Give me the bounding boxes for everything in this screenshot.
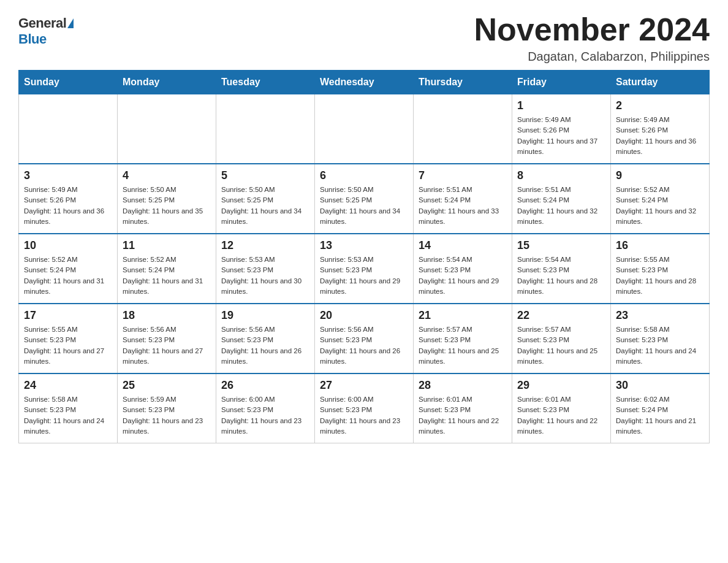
calendar-cell: [118, 94, 216, 164]
calendar-cell: 2Sunrise: 5:49 AM Sunset: 5:26 PM Daylig…: [611, 94, 710, 164]
calendar-cell: 16Sunrise: 5:55 AM Sunset: 5:23 PM Dayli…: [611, 234, 710, 304]
day-info: Sunrise: 5:49 AM Sunset: 5:26 PM Dayligh…: [24, 185, 112, 227]
logo: General Blue: [18, 12, 75, 47]
calendar-header: SundayMondayTuesdayWednesdayThursdayFrid…: [19, 71, 710, 94]
day-info: Sunrise: 5:49 AM Sunset: 5:26 PM Dayligh…: [517, 115, 605, 157]
logo-blue-text: Blue: [18, 31, 47, 47]
calendar-cell: 18Sunrise: 5:56 AM Sunset: 5:23 PM Dayli…: [118, 304, 216, 373]
day-number: 25: [123, 379, 211, 392]
calendar-cell: 10Sunrise: 5:52 AM Sunset: 5:24 PM Dayli…: [19, 234, 118, 304]
calendar-cell: [216, 94, 315, 164]
day-info: Sunrise: 6:01 AM Sunset: 5:23 PM Dayligh…: [517, 394, 605, 437]
day-info: Sunrise: 5:56 AM Sunset: 5:23 PM Dayligh…: [221, 324, 309, 367]
day-info: Sunrise: 5:58 AM Sunset: 5:23 PM Dayligh…: [616, 324, 704, 367]
calendar-cell: 3Sunrise: 5:49 AM Sunset: 5:26 PM Daylig…: [19, 164, 118, 234]
page-title: November 2024: [474, 12, 710, 47]
day-info: Sunrise: 5:52 AM Sunset: 5:24 PM Dayligh…: [123, 255, 211, 297]
day-info: Sunrise: 5:54 AM Sunset: 5:23 PM Dayligh…: [517, 255, 605, 297]
day-number: 28: [419, 379, 507, 392]
day-info: Sunrise: 6:00 AM Sunset: 5:23 PM Dayligh…: [221, 394, 309, 437]
day-number: 6: [320, 169, 408, 182]
calendar-cell: 9Sunrise: 5:52 AM Sunset: 5:24 PM Daylig…: [611, 164, 710, 234]
calendar-cell: 29Sunrise: 6:01 AM Sunset: 5:23 PM Dayli…: [512, 373, 611, 443]
calendar-week-3: 10Sunrise: 5:52 AM Sunset: 5:24 PM Dayli…: [19, 234, 710, 304]
page-header: General Blue November 2024 Dagatan, Cala…: [18, 12, 710, 64]
day-number: 14: [419, 239, 507, 252]
day-number: 18: [123, 309, 211, 322]
calendar-cell: 1Sunrise: 5:49 AM Sunset: 5:26 PM Daylig…: [512, 94, 611, 164]
day-info: Sunrise: 5:52 AM Sunset: 5:24 PM Dayligh…: [616, 185, 704, 227]
calendar-body: 1Sunrise: 5:49 AM Sunset: 5:26 PM Daylig…: [19, 94, 710, 443]
calendar-cell: 5Sunrise: 5:50 AM Sunset: 5:25 PM Daylig…: [216, 164, 315, 234]
day-info: Sunrise: 5:50 AM Sunset: 5:25 PM Dayligh…: [320, 185, 408, 227]
header-row: SundayMondayTuesdayWednesdayThursdayFrid…: [19, 71, 710, 94]
day-header-friday: Friday: [512, 71, 611, 94]
day-info: Sunrise: 5:53 AM Sunset: 5:23 PM Dayligh…: [221, 255, 309, 297]
day-number: 19: [221, 309, 309, 322]
day-number: 8: [517, 169, 605, 182]
day-number: 29: [517, 379, 605, 392]
calendar-cell: 24Sunrise: 5:58 AM Sunset: 5:23 PM Dayli…: [19, 373, 118, 443]
calendar-cell: [315, 94, 414, 164]
calendar-cell: 21Sunrise: 5:57 AM Sunset: 5:23 PM Dayli…: [414, 304, 512, 373]
calendar-cell: 11Sunrise: 5:52 AM Sunset: 5:24 PM Dayli…: [118, 234, 216, 304]
day-number: 30: [616, 379, 704, 392]
day-number: 22: [517, 309, 605, 322]
day-info: Sunrise: 6:01 AM Sunset: 5:23 PM Dayligh…: [419, 394, 507, 437]
calendar-table: SundayMondayTuesdayWednesdayThursdayFrid…: [18, 70, 710, 443]
calendar-cell: 23Sunrise: 5:58 AM Sunset: 5:23 PM Dayli…: [611, 304, 710, 373]
calendar-cell: 26Sunrise: 6:00 AM Sunset: 5:23 PM Dayli…: [216, 373, 315, 443]
day-number: 10: [24, 239, 112, 252]
day-info: Sunrise: 5:55 AM Sunset: 5:23 PM Dayligh…: [616, 255, 704, 297]
day-number: 12: [221, 239, 309, 252]
title-block: November 2024 Dagatan, Calabarzon, Phili…: [474, 12, 710, 64]
day-info: Sunrise: 5:49 AM Sunset: 5:26 PM Dayligh…: [616, 115, 704, 157]
day-number: 16: [616, 239, 704, 252]
calendar-week-4: 17Sunrise: 5:55 AM Sunset: 5:23 PM Dayli…: [19, 304, 710, 373]
calendar-cell: 13Sunrise: 5:53 AM Sunset: 5:23 PM Dayli…: [315, 234, 414, 304]
calendar-cell: 6Sunrise: 5:50 AM Sunset: 5:25 PM Daylig…: [315, 164, 414, 234]
calendar-cell: 12Sunrise: 5:53 AM Sunset: 5:23 PM Dayli…: [216, 234, 315, 304]
day-number: 23: [616, 309, 704, 322]
calendar-cell: 8Sunrise: 5:51 AM Sunset: 5:24 PM Daylig…: [512, 164, 611, 234]
day-number: 11: [123, 239, 211, 252]
day-info: Sunrise: 5:53 AM Sunset: 5:23 PM Dayligh…: [320, 255, 408, 297]
calendar-cell: 22Sunrise: 5:57 AM Sunset: 5:23 PM Dayli…: [512, 304, 611, 373]
day-info: Sunrise: 5:51 AM Sunset: 5:24 PM Dayligh…: [419, 185, 507, 227]
day-number: 7: [419, 169, 507, 182]
day-number: 4: [123, 169, 211, 182]
day-info: Sunrise: 5:57 AM Sunset: 5:23 PM Dayligh…: [517, 324, 605, 367]
calendar-cell: 27Sunrise: 6:00 AM Sunset: 5:23 PM Dayli…: [315, 373, 414, 443]
calendar-cell: [19, 94, 118, 164]
calendar-week-5: 24Sunrise: 5:58 AM Sunset: 5:23 PM Dayli…: [19, 373, 710, 443]
calendar-cell: 20Sunrise: 5:56 AM Sunset: 5:23 PM Dayli…: [315, 304, 414, 373]
calendar-cell: [414, 94, 512, 164]
day-info: Sunrise: 5:56 AM Sunset: 5:23 PM Dayligh…: [123, 324, 211, 367]
day-header-sunday: Sunday: [19, 71, 118, 94]
calendar-cell: 19Sunrise: 5:56 AM Sunset: 5:23 PM Dayli…: [216, 304, 315, 373]
day-info: Sunrise: 5:56 AM Sunset: 5:23 PM Dayligh…: [320, 324, 408, 367]
calendar-week-1: 1Sunrise: 5:49 AM Sunset: 5:26 PM Daylig…: [19, 94, 710, 164]
logo-triangle-icon: [67, 18, 74, 28]
calendar-cell: 30Sunrise: 6:02 AM Sunset: 5:24 PM Dayli…: [611, 373, 710, 443]
day-number: 24: [24, 379, 112, 392]
day-info: Sunrise: 5:50 AM Sunset: 5:25 PM Dayligh…: [123, 185, 211, 227]
day-number: 17: [24, 309, 112, 322]
day-number: 21: [419, 309, 507, 322]
calendar-cell: 25Sunrise: 5:59 AM Sunset: 5:23 PM Dayli…: [118, 373, 216, 443]
page-subtitle: Dagatan, Calabarzon, Philippines: [474, 50, 710, 64]
day-number: 13: [320, 239, 408, 252]
calendar-week-2: 3Sunrise: 5:49 AM Sunset: 5:26 PM Daylig…: [19, 164, 710, 234]
day-number: 26: [221, 379, 309, 392]
day-info: Sunrise: 5:55 AM Sunset: 5:23 PM Dayligh…: [24, 324, 112, 367]
day-info: Sunrise: 5:59 AM Sunset: 5:23 PM Dayligh…: [123, 394, 211, 437]
logo-general-text: General: [18, 15, 66, 31]
calendar-cell: 15Sunrise: 5:54 AM Sunset: 5:23 PM Dayli…: [512, 234, 611, 304]
day-number: 9: [616, 169, 704, 182]
day-number: 20: [320, 309, 408, 322]
day-info: Sunrise: 6:00 AM Sunset: 5:23 PM Dayligh…: [320, 394, 408, 437]
day-info: Sunrise: 6:02 AM Sunset: 5:24 PM Dayligh…: [616, 394, 704, 437]
day-info: Sunrise: 5:50 AM Sunset: 5:25 PM Dayligh…: [221, 185, 309, 227]
day-header-tuesday: Tuesday: [216, 71, 315, 94]
day-number: 3: [24, 169, 112, 182]
